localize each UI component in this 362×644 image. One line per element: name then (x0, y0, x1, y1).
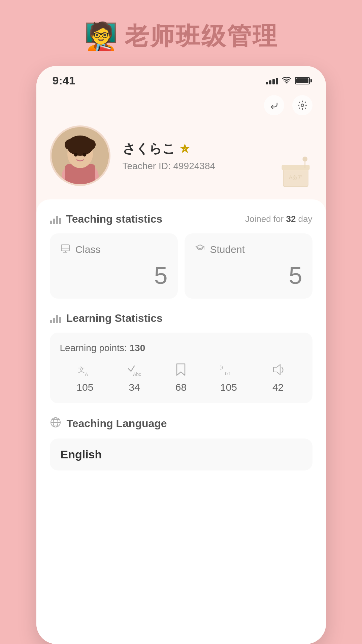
language-header: Teaching Language (50, 417, 312, 430)
class-icon (60, 243, 71, 256)
svg-point-11 (83, 153, 86, 157)
svg-text:txt: txt (225, 371, 230, 376)
language-title-group: Teaching Language (50, 417, 167, 430)
learning-stats-title-group: Learning Statistics (50, 312, 163, 325)
teaching-stats-title-group: Teaching statistics (50, 213, 163, 225)
top-actions (36, 92, 326, 122)
translate-icon: 文 A (77, 362, 92, 378)
svg-text:Aあア: Aあア (289, 175, 302, 180)
learning-stats-header: Learning Statistics (50, 312, 312, 325)
phone-frame: 9:41 (36, 66, 326, 644)
student-label: Student (210, 244, 245, 255)
teacher-emoji: 🧑‍🏫 (84, 21, 118, 52)
avatar (50, 125, 110, 186)
learning-stats-card: Learning points: 130 文 A 105 (50, 333, 312, 403)
class-label: Class (75, 244, 101, 255)
class-card-header: Class (60, 243, 168, 256)
settings-button[interactable] (292, 95, 312, 115)
speaker-item: 42 (271, 362, 286, 393)
podium-decoration: Aあア (275, 151, 316, 193)
wifi-icon (282, 76, 291, 85)
speaker-icon (271, 362, 286, 378)
profile-name: さくらこ (123, 140, 175, 157)
share-button[interactable] (264, 95, 284, 115)
abc-check-item: Abc 34 (127, 362, 142, 393)
signal-icon (266, 77, 278, 84)
student-stat-card: Student 5 (185, 233, 312, 299)
joined-meta: Joined for 32 day (245, 214, 312, 224)
learning-icons-row: 文 A 105 Abc 34 (60, 362, 302, 393)
svg-text:A: A (85, 372, 88, 377)
app-header: 🧑‍🏫 老师班级管理 (84, 20, 278, 52)
svg-rect-19 (61, 245, 69, 251)
language-section: Teaching Language English (50, 417, 312, 470)
avatar-image (52, 127, 109, 184)
svg-point-0 (286, 82, 287, 83)
svg-text:✓: ✓ (183, 147, 187, 151)
class-count: 5 (60, 262, 168, 289)
bookmark-count: 68 (175, 382, 187, 393)
learning-points-value: 130 (130, 343, 145, 353)
txt-count: 105 (220, 382, 237, 393)
learning-bar-chart-icon (50, 314, 61, 323)
verified-badge: ✓ (179, 143, 191, 154)
translate-item: 文 A 105 (76, 362, 93, 393)
svg-point-18 (302, 157, 307, 162)
svg-text:Abc: Abc (133, 372, 141, 377)
status-time: 9:41 (53, 74, 75, 87)
class-stat-card: Class 5 (50, 233, 178, 299)
teaching-stats-title: Teaching statistics (66, 213, 163, 225)
txt-speech-icon: )) txt (220, 362, 237, 378)
profile-section: さくらこ ✓ Teacher ID: 49924384 Aあア (36, 122, 326, 199)
speaker-count: 42 (272, 382, 284, 393)
student-icon (195, 243, 205, 256)
student-card-header: Student (195, 243, 302, 256)
learning-stats-title: Learning Statistics (66, 312, 163, 325)
svg-text:)): )) (220, 365, 223, 370)
content-area: Teaching statistics Joined for 32 day (36, 199, 326, 644)
svg-point-9 (67, 136, 94, 156)
stats-row: Class 5 Student 5 (50, 233, 312, 299)
bookmark-icon (175, 362, 186, 378)
svg-text:文: 文 (78, 366, 85, 373)
svg-point-1 (301, 104, 304, 107)
language-title: Teaching Language (67, 417, 167, 430)
language-value: English (61, 448, 102, 461)
svg-point-10 (74, 153, 77, 157)
bar-chart-icon (50, 215, 61, 224)
translate-count: 105 (76, 382, 93, 393)
status-bar: 9:41 (36, 66, 326, 92)
bookmark-item: 68 (175, 362, 187, 393)
svg-marker-29 (273, 365, 280, 375)
language-value-box: English (50, 439, 312, 470)
learning-points-label: Learning points: 130 (60, 343, 302, 353)
student-count: 5 (195, 262, 302, 289)
battery-icon (295, 77, 310, 84)
abc-count: 34 (129, 382, 140, 393)
globe-icon (50, 417, 61, 430)
abc-check-icon: Abc (127, 362, 142, 378)
teaching-stats-header: Teaching statistics Joined for 32 day (50, 213, 312, 225)
status-icons (266, 76, 310, 85)
txt-speech-item: )) txt 105 (220, 362, 237, 393)
app-title: 老师班级管理 (125, 20, 278, 52)
